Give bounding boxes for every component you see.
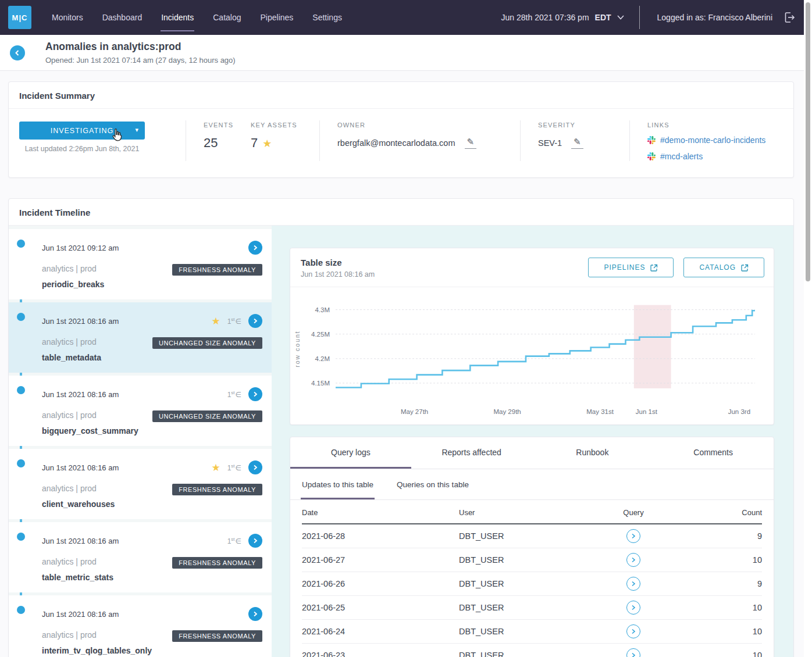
scrollbar-thumb[interactable] — [806, 2, 810, 281]
tab-reports-affected[interactable]: Reports affected — [411, 437, 532, 469]
table-size-title: Table size — [301, 258, 375, 267]
tab-query-logs[interactable]: Query logs — [290, 437, 411, 469]
incident-summary-card: Incident Summary INVESTIGATING ▾ Last up… — [8, 81, 794, 178]
external-link-icon — [741, 264, 749, 272]
back-button[interactable] — [10, 45, 25, 60]
pipelines-button[interactable]: PIPELINES — [588, 258, 674, 277]
slack-icon — [647, 152, 656, 160]
query-row-user: DBT_USER — [459, 651, 587, 657]
anomaly-type-tag: UNCHANGED SIZE ANOMALY — [152, 410, 262, 422]
view-query-button[interactable] — [626, 601, 640, 615]
timeline-item[interactable]: Jun 1st 2021 09:12 am ★ 1st∈ analytics |… — [9, 229, 272, 299]
events-label: EVENTS — [204, 122, 251, 128]
tab-runbook[interactable]: Runbook — [532, 437, 653, 469]
chevron-right-icon — [252, 611, 258, 617]
nav-items: Monitors Dashboard Incidents Catalog Pip… — [51, 9, 343, 26]
events-value: 25 — [204, 135, 251, 151]
timeline-item-date: Jun 1st 2021 08:16 am — [42, 390, 119, 399]
anomaly-type-tag: UNCHANGED SIZE ANOMALY — [152, 337, 262, 349]
page-subtitle: Opened: Jun 1st 2021 07:14 am (27 days, … — [45, 56, 812, 65]
open-incident-button[interactable] — [248, 607, 262, 621]
datetime-dropdown[interactable]: Jun 28th 2021 07:36 pm EDT — [501, 13, 624, 22]
timeline-item-date: Jun 1st 2021 08:16 am — [42, 610, 119, 619]
severity-value: SEV-1 — [538, 138, 562, 148]
subtab-queries-on-this-table[interactable]: Queries on this table — [396, 469, 470, 499]
nav-item-incidents[interactable]: Incidents — [161, 9, 194, 26]
open-incident-button[interactable] — [248, 314, 262, 328]
timeline-item[interactable]: Jun 1st 2021 08:16 am ★ 1st∈ analytics |… — [9, 595, 272, 657]
chevron-left-icon — [14, 49, 21, 56]
chevron-right-icon — [631, 557, 636, 563]
timezone-text: EDT — [595, 13, 611, 22]
open-incident-button[interactable] — [248, 241, 262, 255]
timeline-list: Jun 1st 2021 09:12 am ★ 1st∈ analytics |… — [9, 226, 272, 657]
edit-owner-icon[interactable]: ✎ — [465, 137, 477, 149]
query-row-count: 10 — [680, 651, 762, 657]
query-row-date: 2021-06-25 — [302, 603, 459, 612]
query-row-user: DBT_USER — [459, 579, 587, 588]
query-row-count: 10 — [680, 555, 762, 565]
anomaly-type-tag: FRESHNESS ANOMALY — [172, 484, 262, 495]
montecarlo-logo[interactable]: M|C — [8, 6, 31, 29]
view-query-button[interactable] — [626, 553, 640, 567]
query-row-date: 2021-06-28 — [302, 531, 459, 541]
open-incident-button[interactable] — [248, 387, 262, 401]
timeline-item-dataset: analytics | prod — [42, 630, 97, 640]
timeline-item[interactable]: Jun 1st 2021 08:16 am ★ 1st∈ analytics |… — [9, 376, 272, 446]
slack-channel-link[interactable]: #mcd-alerts — [660, 152, 703, 161]
timeline-item-date: Jun 1st 2021 08:16 am — [42, 317, 119, 326]
svg-text:May 31st: May 31st — [586, 408, 614, 415]
anomaly-type-tag: FRESHNESS ANOMALY — [172, 557, 262, 569]
key-assets-value: 7★ — [251, 135, 319, 151]
open-incident-button[interactable] — [248, 460, 262, 474]
view-query-button[interactable] — [626, 577, 640, 591]
view-query-button[interactable] — [626, 624, 640, 638]
table-size-card: Table size Jun 1st 2021 08:16 am PIPELIN… — [290, 248, 774, 425]
timeline-dot — [17, 386, 25, 394]
chevron-right-icon — [631, 533, 636, 539]
column-user: User — [459, 508, 587, 517]
timeline-item-table-name: table_metric_stats — [42, 573, 262, 582]
query-row-date: 2021-06-26 — [302, 579, 459, 588]
view-query-button[interactable] — [626, 529, 640, 543]
nav-item-monitors[interactable]: Monitors — [51, 9, 84, 26]
key-asset-star-icon: ★ — [211, 462, 220, 474]
slack-channel-link[interactable]: #demo-monte-carlo-incidents — [660, 135, 765, 145]
nav-item-pipelines[interactable]: Pipelines — [260, 9, 294, 26]
nav-item-settings[interactable]: Settings — [312, 9, 343, 26]
chevron-down-icon — [617, 15, 624, 20]
timeline-item-dataset: analytics | prod — [42, 264, 97, 273]
tab-comments[interactable]: Comments — [653, 437, 774, 469]
table-size-subtitle: Jun 1st 2021 08:16 am — [301, 270, 375, 278]
open-incident-button[interactable] — [248, 534, 262, 548]
nav-item-catalog[interactable]: Catalog — [212, 9, 241, 26]
column-query: Query — [587, 508, 680, 517]
query-table-row: 2021-06-26 DBT_USER 9 — [302, 572, 762, 596]
status-dropdown-button[interactable]: INVESTIGATING ▾ — [19, 122, 145, 140]
scrollbar[interactable] — [804, 0, 812, 657]
timeline-item[interactable]: Jun 1st 2021 08:16 am ★ 1st∈ analytics |… — [9, 522, 272, 592]
key-assets-label: KEY ASSETS — [251, 122, 319, 128]
query-table-header: Date User Query Count — [302, 500, 762, 524]
timeline-item[interactable]: Jun 1st 2021 08:16 am ★ 1st∈ analytics |… — [9, 449, 272, 519]
timeline-item[interactable]: Jun 1st 2021 08:16 am ★ 1st∈ analytics |… — [9, 302, 272, 373]
timeline-dot — [17, 240, 25, 248]
catalog-button-label: CATALOG — [699, 263, 736, 272]
key-asset-star-icon: ★ — [262, 138, 272, 149]
query-row-date: 2021-06-27 — [302, 555, 459, 565]
logout-icon[interactable] — [783, 11, 796, 24]
catalog-button[interactable]: CATALOG — [683, 258, 764, 277]
chevron-right-icon — [631, 581, 636, 587]
top-nav: M|C Monitors Dashboard Incidents Catalog… — [0, 0, 812, 35]
column-date: Date — [302, 508, 459, 517]
timeline-item-date: Jun 1st 2021 08:16 am — [42, 463, 119, 472]
anomaly-type-tag: FRESHNESS ANOMALY — [172, 264, 262, 276]
query-table-row: 2021-06-24 DBT_USER 10 — [302, 620, 762, 644]
svg-text:4.25M: 4.25M — [311, 331, 330, 338]
slack-icon — [647, 136, 656, 144]
nav-item-dashboard[interactable]: Dashboard — [102, 9, 143, 26]
subtab-updates-to-this-table[interactable]: Updates to this table — [301, 469, 375, 499]
edit-severity-icon[interactable]: ✎ — [571, 137, 583, 149]
anomaly-type-tag: FRESHNESS ANOMALY — [172, 630, 262, 642]
view-query-button[interactable] — [626, 648, 640, 657]
